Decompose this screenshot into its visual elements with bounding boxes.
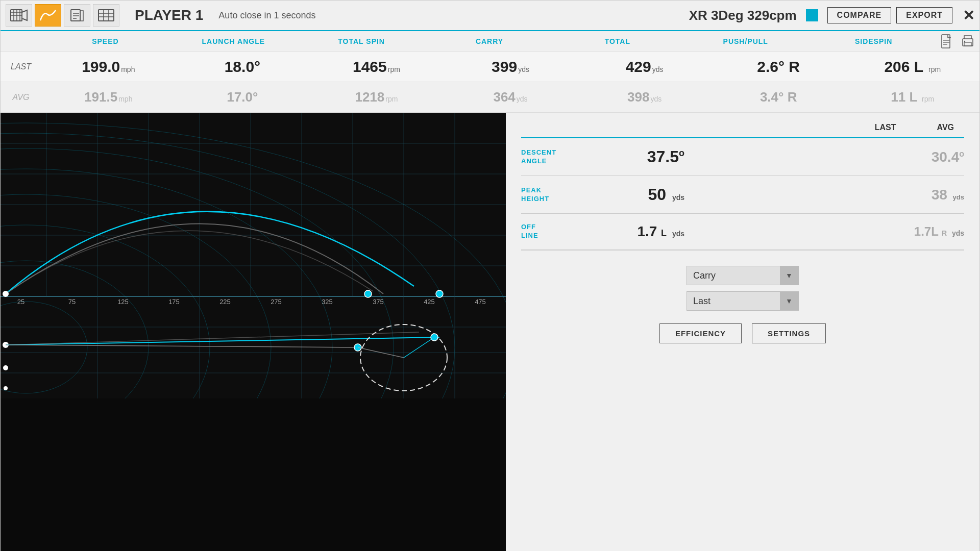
last-launch-angle: 18.0° <box>176 58 310 76</box>
last-total: 429yds <box>577 58 712 76</box>
right-panel: LAST AVG DESCENTANGLE 37.5o 30.4o PEAKHE… <box>506 113 979 551</box>
xr-label: XR 3Deg 329cpm <box>689 8 797 23</box>
last-stats-row: LAST 199.0mph 18.0° 1465rpm 399yds 429yd… <box>1 52 979 82</box>
peak-height-row: PEAKHEIGHT 50 yds 38 yds <box>521 176 964 214</box>
col-launch-angle: LAUNCH ANGLE <box>169 37 298 45</box>
svg-point-70 <box>3 365 8 370</box>
col-speed: SPEED <box>41 37 169 45</box>
auto-close: Auto close in 1 seconds <box>218 10 315 21</box>
bottom-buttons: EFFICIENCY SETTINGS <box>521 323 964 343</box>
last-total-spin: 1465rpm <box>309 58 444 76</box>
peak-height-last: 50 yds <box>593 185 684 204</box>
dropdown2-wrapper[interactable]: Last Average ▼ <box>687 291 799 311</box>
avg-carry: 364yds <box>444 89 578 105</box>
panel-last-label: LAST <box>875 123 896 132</box>
off-line-label: OFFLINE <box>521 223 593 240</box>
col-total-spin: TOTAL SPIN <box>298 37 426 45</box>
pdf-icon[interactable] <box>938 32 956 51</box>
off-line-last: 1.7 L yds <box>593 223 684 240</box>
efficiency-button[interactable]: EFFICIENCY <box>659 323 742 343</box>
chart-area: 25 75 125 175 225 275 325 375 425 475 <box>1 113 506 551</box>
last-dropdown[interactable]: Last Average <box>687 292 780 310</box>
tab-chart[interactable] <box>35 4 61 27</box>
last-speed: 199.0mph <box>41 58 176 76</box>
settings-button[interactable]: SETTINGS <box>752 323 826 343</box>
avg-stats-row: AVG 191.5mph 17.0° 1218rpm 364yds 398yds… <box>1 82 979 113</box>
tab-icons <box>6 4 119 27</box>
right-panel-header: LAST AVG <box>521 123 964 132</box>
svg-rect-16 <box>942 35 950 48</box>
svg-rect-23 <box>1 113 506 398</box>
col-push-pull: PUSH/PULL <box>681 37 810 45</box>
svg-point-67 <box>364 290 372 297</box>
content-area: 25 75 125 175 225 275 325 375 425 475 <box>1 113 979 551</box>
tab-edit[interactable] <box>64 4 90 27</box>
export-button[interactable]: EXPORT <box>896 7 952 23</box>
off-line-avg: 1.7L R yds <box>684 224 964 239</box>
avg-total: 398yds <box>577 89 712 105</box>
svg-text:175: 175 <box>168 298 180 306</box>
avg-total-spin: 1218rpm <box>309 89 444 105</box>
header: PLAYER 1 Auto close in 1 seconds XR 3Deg… <box>1 1 979 31</box>
last-sidespin: 206 L rpm <box>845 58 979 76</box>
close-button[interactable]: ✕ <box>963 7 974 24</box>
descent-angle-label: DESCENTANGLE <box>521 148 593 166</box>
svg-text:375: 375 <box>373 298 384 306</box>
svg-text:275: 275 <box>271 298 282 306</box>
svg-text:225: 225 <box>219 298 231 306</box>
print-icon[interactable] <box>959 32 977 51</box>
carry-dropdown[interactable]: Carry Total Speed <box>687 266 780 285</box>
avg-launch-angle: 17.0° <box>176 89 310 105</box>
col-carry: CARRY <box>426 37 554 45</box>
svg-rect-21 <box>964 42 971 46</box>
svg-rect-11 <box>99 10 114 21</box>
col-sidespin: SIDESPIN <box>810 37 938 45</box>
compare-button[interactable]: COMPARE <box>827 7 892 23</box>
avg-sidespin: 11 L rpm <box>845 89 979 105</box>
svg-text:475: 475 <box>475 298 486 306</box>
last-label: LAST <box>1 62 41 71</box>
tab-table[interactable] <box>93 4 119 27</box>
avg-label: AVG <box>1 93 41 102</box>
svg-marker-1 <box>22 10 27 20</box>
svg-text:75: 75 <box>68 298 76 306</box>
svg-point-66 <box>3 291 9 297</box>
stats-header: SPEED LAUNCH ANGLE TOTAL SPIN CARRY TOTA… <box>1 31 979 52</box>
descent-angle-avg: 30.4o <box>684 149 964 165</box>
last-carry: 399yds <box>444 58 578 76</box>
panel-avg-label: AVG <box>937 123 954 132</box>
main-window: PLAYER 1 Auto close in 1 seconds XR 3Deg… <box>0 0 980 551</box>
tab-video[interactable] <box>6 4 32 27</box>
svg-point-68 <box>436 290 443 297</box>
svg-text:125: 125 <box>117 298 129 306</box>
descent-angle-last: 37.5o <box>593 147 684 166</box>
last-push-pull: 2.6° R <box>712 58 846 76</box>
dropdown1-wrapper[interactable]: Carry Total Speed ▼ <box>687 266 799 285</box>
svg-point-71 <box>4 386 8 390</box>
dropdown1-arrow[interactable]: ▼ <box>780 266 798 285</box>
dropdowns-area: Carry Total Speed ▼ Last Average ▼ <box>521 266 964 311</box>
svg-point-22 <box>964 40 965 41</box>
peak-height-avg: 38 yds <box>684 187 964 203</box>
col-total: TOTAL <box>553 37 681 45</box>
off-line-row: OFFLINE 1.7 L yds 1.7L R yds <box>521 214 964 250</box>
color-swatch <box>806 9 818 21</box>
avg-speed: 191.5mph <box>41 89 176 105</box>
descent-angle-row: DESCENTANGLE 37.5o 30.4o <box>521 138 964 176</box>
dropdown2-arrow[interactable]: ▼ <box>780 292 798 310</box>
peak-height-label: PEAKHEIGHT <box>521 186 593 204</box>
svg-rect-7 <box>71 10 80 21</box>
player-title: PLAYER 1 <box>135 7 203 23</box>
avg-push-pull: 3.4° R <box>712 89 846 105</box>
svg-text:425: 425 <box>424 298 435 306</box>
